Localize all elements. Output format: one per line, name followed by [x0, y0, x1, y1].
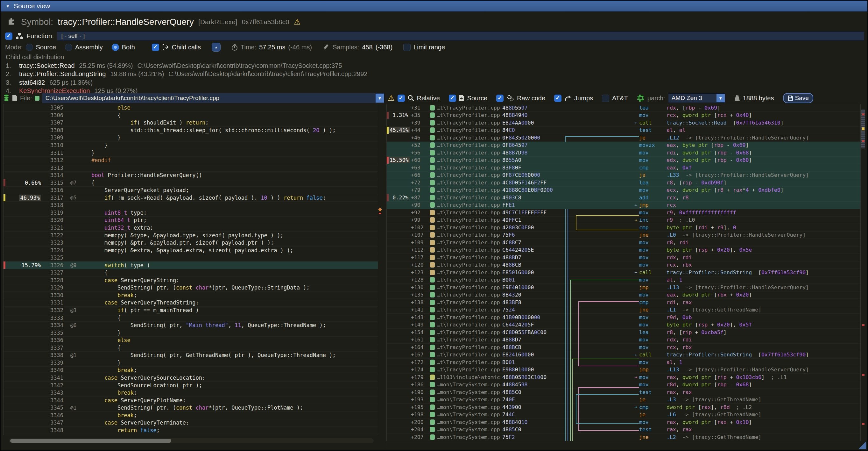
att-checkbox[interactable] — [602, 95, 609, 102]
asm-row[interactable]: +72…t\TracyProfiler.cpp:33264C8D05F146F2… — [387, 179, 860, 187]
asm-row[interactable]: +56…t\TracyProfiler.cpp:3326488B7D98movr… — [387, 149, 860, 157]
asm-row[interactable]: +117…t\TracyProfiler.hpp:676488BD7movrdx… — [387, 254, 860, 262]
asm-row[interactable]: +154…t\TracyProfiler.cpp:33344C8D055FBA0… — [387, 329, 860, 336]
asm-row[interactable]: +174…t\TracyProfiler.cpp:3401E9B8010000j… — [387, 366, 860, 374]
jumps-checkbox[interactable] — [554, 95, 561, 102]
source-code-pane[interactable]: 3305 else3306 {3307 if( shouldExit ) ret… — [3, 104, 378, 435]
asm-row[interactable]: +193…mon\TracySystem.cpp:197740Eje.L3 ->… — [387, 396, 860, 404]
asm-row[interactable]: +120…t\TracyProfiler.hpp:676488BCBmovrcx… — [387, 262, 860, 269]
source-line[interactable]: 3329 SendString( ptr, (const char*)ptr, … — [3, 284, 378, 292]
source-line[interactable]: 3330 break; — [3, 292, 378, 299]
asm-row[interactable]: +135…t\TracyProfiler.cpp:33328B4320movea… — [387, 292, 860, 299]
source-line[interactable]: 15.79%3326@9 switch( type ) — [3, 262, 378, 269]
source-line[interactable]: 3325 — [3, 254, 378, 262]
source-line[interactable]: 3324 memcpy( &extra, &payload.extra, siz… — [3, 246, 378, 254]
asm-row[interactable]: +138…t\TracyProfiler.cpp:3332483BF8cmprd… — [387, 299, 860, 306]
collapse-triangle-icon[interactable]: ▼ — [6, 4, 10, 9]
asm-row[interactable]: +46…t\TracyProfiler.cpp:33170F8435020000… — [387, 134, 860, 142]
window-titlebar[interactable]: ▼ Source view — [1, 1, 867, 12]
source-line[interactable]: 3316 ServerQueryPacket payload; — [3, 187, 378, 194]
source-line[interactable]: 3336 else — [3, 337, 378, 344]
source-vertical-scrollbar[interactable] — [378, 104, 382, 434]
raw-code-checkbox[interactable] — [496, 95, 503, 102]
source-line[interactable]: 3341 case ServerQuerySourceLocation: — [3, 374, 378, 382]
scrollbar-thumb[interactable] — [10, 439, 171, 443]
source-line[interactable]: 3313 — [3, 164, 378, 172]
asm-row[interactable]: +149…t\TracyProfiler.cpp:3334C64424205Fm… — [387, 321, 860, 329]
source-line[interactable]: 3331 case ServerQueryThreadString: — [3, 299, 378, 307]
limit-range-checkbox[interactable] — [403, 43, 411, 51]
chevron-down-icon[interactable]: ▼ — [376, 94, 384, 102]
asm-row[interactable]: +63…t\TracyProfiler.cpp:332683F80Fcmpeax… — [387, 164, 860, 172]
source-line[interactable]: 3309 } — [3, 134, 378, 142]
source-line[interactable]: 3337 { — [3, 344, 378, 352]
source-line[interactable]: 3306 { — [3, 112, 378, 119]
asm-row[interactable]: +209…mon\TracySystem.cpp:258488D35E88610… — [387, 441, 860, 442]
child-call-item[interactable]: 3.stat64i32625 μs (1.36%) — [6, 78, 367, 87]
asm-row[interactable]: +39…t\TracyProfiler.cpp:3317E824AA0000←c… — [387, 119, 860, 127]
source-line[interactable]: 3338@1 SendString( ptr, GetThreadName( p… — [3, 352, 378, 359]
asm-row[interactable]: 45.41%+44…t\TracyProfiler.cpp:331784C0te… — [387, 127, 860, 134]
child-calls-checkbox[interactable] — [152, 43, 159, 51]
source-line[interactable]: 3320 uint64_t ptr; — [3, 217, 378, 224]
asm-row[interactable]: +102…t\TracyProfiler.hpp:67642803C0F00cm… — [387, 224, 860, 232]
source-line[interactable]: 46.93%3317@5 if( !m_sock->Read( &payload… — [3, 194, 378, 202]
asm-row[interactable]: +92…t\TracyProfiler.hpp:67649C7C1FFFFFFF… — [387, 209, 860, 217]
asm-row[interactable]: +123…t\TracyProfiler.hpp:676E850160000←c… — [387, 269, 860, 276]
source-line[interactable]: 0.66%3315@7{ — [3, 179, 378, 187]
source-line[interactable]: 3344 case ServerQueryPlotName: — [3, 396, 378, 404]
source-line[interactable]: 3339 } — [3, 359, 378, 367]
asm-row[interactable]: +66…t\TracyProfiler.cpp:33260F87CE060000… — [387, 172, 860, 179]
source-line[interactable]: 3307 if( shouldExit ) return; — [3, 119, 378, 127]
source-line[interactable]: 3349 case ServerQueryCallstackFrame: — [3, 434, 378, 435]
save-button[interactable]: Save — [783, 93, 813, 103]
source-line[interactable]: 3308 std::this_thread::sleep_for( std::c… — [3, 127, 378, 134]
pane-divider[interactable] — [385, 92, 385, 448]
source-line[interactable]: 3327 { — [3, 269, 378, 277]
assembly-vertical-scrollbar[interactable] — [861, 104, 866, 440]
child-call-item[interactable]: 2.tracy::Profiler::SendLongString19.88 m… — [6, 70, 367, 78]
asm-row[interactable]: +207…mon\TracySystem.cpp:20375F2jne.L2 -… — [387, 433, 860, 441]
asm-row[interactable]: +128…t\TracyProfiler.cpp:3401B001moval, … — [387, 276, 860, 284]
source-checkbox[interactable] — [449, 95, 456, 102]
march-combo[interactable]: AMD Zen 3 ▼ — [668, 93, 725, 103]
source-line[interactable]: 3328 case ServerQueryString: — [3, 277, 378, 284]
asm-row[interactable]: +161…t\TracyProfiler.cpp:3334488BD7movrd… — [387, 336, 860, 344]
mode-radio-assembly[interactable] — [65, 43, 72, 51]
asm-row[interactable]: +179…1103\include\atomic:1048488B05B63C1… — [387, 373, 860, 381]
asm-row[interactable]: +141…t\TracyProfiler.cpp:33327524jne.L1 … — [387, 306, 860, 314]
asm-row[interactable]: 0.22%+87…t\TracyProfiler.cpp:33264903C8a… — [387, 194, 860, 202]
asm-row[interactable]: 1.31%+35…t\TracyProfiler.cpp:3317488B494… — [387, 112, 860, 119]
file-combo[interactable]: C:\Users\wolf\Desktop\darkrl\contrib\tra… — [42, 93, 384, 103]
source-line[interactable]: 3310 } — [3, 142, 378, 149]
function-combo[interactable]: [ - self - ] — [57, 31, 864, 41]
mode-radio-both[interactable] — [112, 43, 119, 51]
child-call-item[interactable]: 1.tracy::Socket::Read25.25 ms (54.89%)C:… — [6, 61, 367, 70]
source-line[interactable]: 3334@6 SendString( ptr, "Main thread", 1… — [3, 322, 378, 329]
asm-row[interactable]: +112…t\TracyProfiler.hpp:676C64424205Emo… — [387, 246, 860, 254]
source-line[interactable]: 3312#endif — [3, 157, 378, 164]
source-line[interactable]: 3319 uint8_t type; — [3, 209, 378, 217]
chevron-down-icon[interactable]: ▼ — [716, 94, 725, 102]
source-line[interactable]: 3346 break; — [3, 412, 378, 419]
resize-grip[interactable] — [859, 442, 866, 449]
source-line[interactable]: 3342 SendSourceLocation( ptr ); — [3, 382, 378, 389]
asm-row[interactable]: +195…mon\TracySystem.cpp:199443900→cmpdw… — [387, 403, 860, 411]
source-line[interactable]: 3314bool Profiler::HandleServerQuery() — [3, 172, 378, 179]
mode-radio-source[interactable] — [26, 43, 33, 51]
asm-row[interactable]: +31…t\TracyProfiler.cpp:3317488D5597lear… — [387, 104, 860, 112]
source-line[interactable]: 3340 break; — [3, 367, 378, 374]
source-line[interactable]: 3343 break; — [3, 389, 378, 397]
asm-row[interactable]: +143…t\TracyProfiler.cpp:333441B90B00000… — [387, 314, 860, 321]
source-line[interactable]: 3322 memcpy( &type, &payload.type, sizeo… — [3, 232, 378, 239]
asm-row[interactable]: +130…t\TracyProfiler.cpp:3401E9E4010000j… — [387, 284, 860, 292]
source-horizontal-scrollbar[interactable] — [9, 438, 374, 443]
source-line[interactable]: 3321 uint32_t extra; — [3, 224, 378, 232]
asm-row[interactable]: +172…t\TracyProfiler.cpp:3401B001moval, … — [387, 359, 860, 366]
source-line[interactable]: 3345@1 SendString( ptr, (const char*)ptr… — [3, 404, 378, 412]
asm-row[interactable]: +109…t\TracyProfiler.hpp:6764C8BC7movr8,… — [387, 239, 860, 246]
asm-row[interactable]: +99…t\TracyProfiler.hpp:67649FFC1→incr9 … — [387, 217, 860, 224]
expand-up-button[interactable]: ▲ — [212, 43, 221, 52]
source-line[interactable]: 3347 case ServerQueryTerminate: — [3, 419, 378, 427]
asm-row[interactable]: +204…mon\TracySystem.cpp:2034885C0testra… — [387, 426, 860, 434]
